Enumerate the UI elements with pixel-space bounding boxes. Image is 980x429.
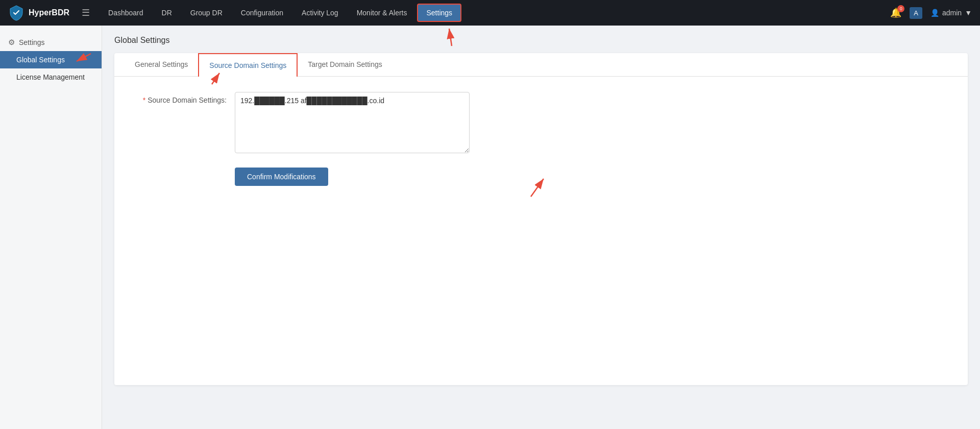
nav-item-group-dr[interactable]: Group DR bbox=[182, 5, 231, 21]
confirm-modifications-button[interactable]: Confirm Modifications bbox=[235, 168, 328, 186]
source-domain-label: *Source Domain Settings: bbox=[135, 92, 227, 104]
nav-item-dr[interactable]: DR bbox=[154, 5, 180, 21]
language-switcher[interactable]: A bbox=[910, 7, 922, 19]
main-layout: ⚙ Settings Global Settings License Manag… bbox=[0, 26, 980, 429]
sidebar-item-global-settings[interactable]: Global Settings bbox=[0, 51, 102, 68]
tab-source-domain-settings[interactable]: Source Domain Settings bbox=[198, 53, 298, 77]
page-title: Global Settings bbox=[114, 36, 968, 45]
notification-badge: 0 bbox=[897, 5, 904, 12]
tab-target-domain-settings[interactable]: Target Domain Settings bbox=[298, 53, 393, 77]
sidebar: ⚙ Settings Global Settings License Manag… bbox=[0, 26, 102, 429]
app-logo[interactable]: HyperBDR bbox=[8, 5, 69, 21]
sidebar-section-label: Settings bbox=[19, 38, 45, 46]
required-mark: * bbox=[143, 96, 145, 104]
nav-item-monitor-alerts[interactable]: Monitor & Alerts bbox=[349, 5, 415, 21]
user-label: admin bbox=[942, 9, 962, 17]
source-domain-textarea[interactable] bbox=[235, 92, 470, 153]
nav-items: Dashboard DR Group DR Configuration Acti… bbox=[100, 4, 890, 22]
user-icon: 👤 bbox=[930, 9, 939, 17]
nav-item-settings[interactable]: Settings bbox=[417, 4, 461, 22]
nav-item-activity-log[interactable]: Activity Log bbox=[293, 5, 347, 21]
notification-bell[interactable]: 🔔 0 bbox=[890, 7, 901, 18]
hamburger-icon[interactable]: ☰ bbox=[82, 7, 90, 18]
nav-item-dashboard[interactable]: Dashboard bbox=[100, 5, 152, 21]
chevron-down-icon: ▼ bbox=[965, 9, 972, 17]
content-area: Global Settings General Settings Source … bbox=[102, 26, 980, 429]
sidebar-item-license-management[interactable]: License Management bbox=[0, 68, 102, 86]
user-menu[interactable]: 👤 admin ▼ bbox=[930, 9, 972, 17]
tabs: General Settings Source Domain Settings … bbox=[114, 53, 968, 77]
tab-content: *Source Domain Settings: Confirm Modific… bbox=[114, 77, 968, 201]
logo-icon bbox=[8, 5, 24, 21]
top-navigation: HyperBDR ☰ Dashboard DR Group DR Configu… bbox=[0, 0, 980, 26]
topnav-right: 🔔 0 A 👤 admin ▼ bbox=[890, 7, 972, 19]
nav-item-configuration[interactable]: Configuration bbox=[233, 5, 291, 21]
gear-icon: ⚙ bbox=[8, 38, 15, 47]
source-domain-form-row: *Source Domain Settings: bbox=[135, 92, 947, 153]
sidebar-section-settings[interactable]: ⚙ Settings bbox=[0, 34, 102, 51]
main-card: General Settings Source Domain Settings … bbox=[114, 53, 968, 385]
logo-text: HyperBDR bbox=[29, 8, 69, 17]
tab-general-settings[interactable]: General Settings bbox=[125, 53, 198, 77]
